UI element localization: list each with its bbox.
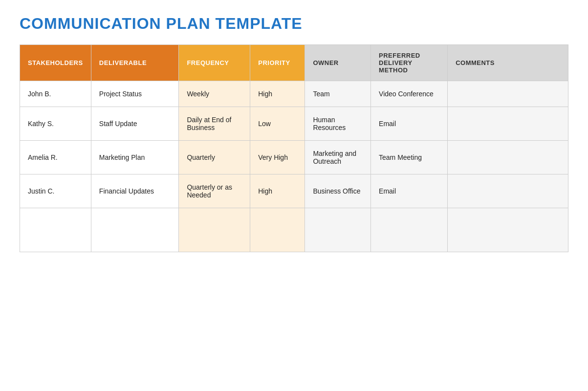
cell-priority <box>250 208 305 252</box>
cell-delivery-method: Video Conference <box>371 81 448 107</box>
header-deliverable: DELIVERABLE <box>91 45 179 81</box>
table-row <box>20 208 568 252</box>
cell-priority: Very High <box>250 141 305 174</box>
cell-comments <box>448 107 568 141</box>
cell-owner: Human Resources <box>305 107 371 141</box>
table-row: Justin C.Financial UpdatesQuarterly or a… <box>20 174 568 208</box>
cell-frequency <box>179 208 250 252</box>
communication-plan-table: STAKEHOLDERS DELIVERABLE FREQUENCY PRIOR… <box>20 44 568 252</box>
cell-priority: Low <box>250 107 305 141</box>
cell-priority: High <box>250 174 305 208</box>
header-frequency: FREQUENCY <box>179 45 250 81</box>
cell-deliverable <box>91 208 179 252</box>
cell-deliverable: Staff Update <box>91 107 179 141</box>
cell-comments <box>448 174 568 208</box>
cell-owner: Marketing and Outreach <box>305 141 371 174</box>
cell-comments <box>448 81 568 107</box>
cell-delivery-method <box>371 208 448 252</box>
cell-frequency: Quarterly <box>179 141 250 174</box>
cell-frequency: Daily at End of Business <box>179 107 250 141</box>
cell-stakeholder: Justin C. <box>20 174 91 208</box>
table-row: Amelia R.Marketing PlanQuarterlyVery Hig… <box>20 141 568 174</box>
cell-owner <box>305 208 371 252</box>
cell-stakeholder: John B. <box>20 81 91 107</box>
cell-priority: High <box>250 81 305 107</box>
cell-deliverable: Financial Updates <box>91 174 179 208</box>
cell-frequency: Quarterly or as Needed <box>179 174 250 208</box>
header-delivery-method: PREFERRED DELIVERY METHOD <box>371 45 448 81</box>
header-priority: PRIORITY <box>250 45 305 81</box>
header-owner: OWNER <box>305 45 371 81</box>
cell-comments <box>448 141 568 174</box>
cell-deliverable: Project Status <box>91 81 179 107</box>
cell-delivery-method: Email <box>371 107 448 141</box>
cell-frequency: Weekly <box>179 81 250 107</box>
cell-delivery-method: Email <box>371 174 448 208</box>
cell-stakeholder: Amelia R. <box>20 141 91 174</box>
cell-stakeholder <box>20 208 91 252</box>
cell-delivery-method: Team Meeting <box>371 141 448 174</box>
cell-owner: Team <box>305 81 371 107</box>
cell-stakeholder: Kathy S. <box>20 107 91 141</box>
page-title: COMMUNICATION PLAN TEMPLATE <box>20 15 568 33</box>
header-comments: COMMENTS <box>448 45 568 81</box>
header-stakeholders: STAKEHOLDERS <box>20 45 91 81</box>
table-header-row: STAKEHOLDERS DELIVERABLE FREQUENCY PRIOR… <box>20 45 568 81</box>
cell-deliverable: Marketing Plan <box>91 141 179 174</box>
table-row: Kathy S.Staff UpdateDaily at End of Busi… <box>20 107 568 141</box>
table-row: John B.Project StatusWeeklyHighTeamVideo… <box>20 81 568 107</box>
cell-comments <box>448 208 568 252</box>
cell-owner: Business Office <box>305 174 371 208</box>
